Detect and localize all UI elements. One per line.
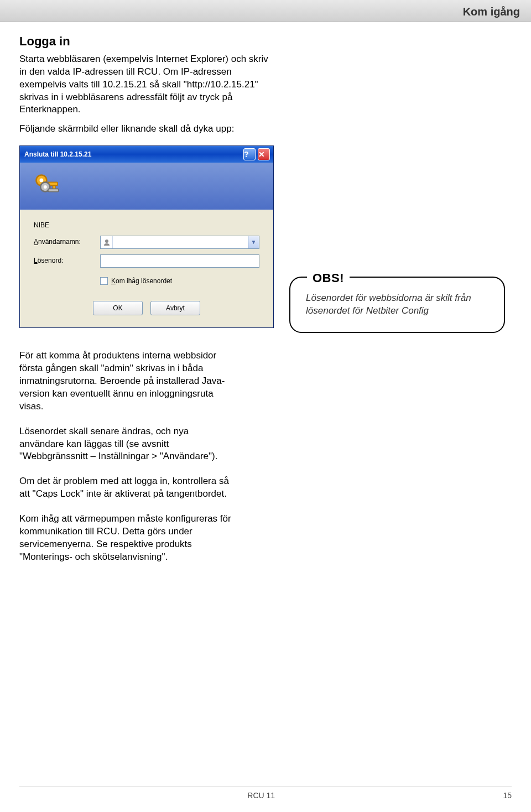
keys-icon xyxy=(31,170,61,202)
heading-logga-in: Logga in xyxy=(19,33,274,50)
svg-point-5 xyxy=(44,185,47,189)
help-icon: ? xyxy=(244,149,255,160)
after-paragraph-2: Lösenordet skall senare ändras, och nya … xyxy=(19,425,235,464)
section-title: Kom igång xyxy=(463,4,520,19)
chevron-down-icon[interactable]: ▼ xyxy=(248,236,259,248)
ok-label: OK xyxy=(113,304,122,313)
remember-label: Kom ihåg lösenordet xyxy=(111,277,172,285)
login-dialog: Ansluta till 10.2.15.21 ? ✕ xyxy=(19,145,274,327)
cancel-label: Avbryt xyxy=(166,304,185,313)
cancel-button[interactable]: Avbryt xyxy=(150,301,200,315)
username-input[interactable]: ▼ xyxy=(100,236,259,249)
obs-callout: OBS! Lösenordet för webbsidorna är skilt… xyxy=(289,277,505,333)
server-label: NIBE xyxy=(34,221,100,230)
page-footer: RCU 11 15 xyxy=(0,787,531,801)
close-button[interactable]: ✕ xyxy=(258,148,270,160)
callout-title: OBS! xyxy=(307,270,350,287)
footer-page: 15 xyxy=(503,790,512,801)
user-icon xyxy=(101,236,113,248)
after-paragraph-3: Om det är problem med att logga in, kont… xyxy=(19,475,235,501)
svg-rect-6 xyxy=(48,189,59,192)
after-paragraph-4: Kom ihåg att värmepumpen måste konfigure… xyxy=(19,513,235,564)
ok-button[interactable]: OK xyxy=(93,301,143,315)
intro-paragraph-1: Starta webbläsaren (exempelvis Internet … xyxy=(19,53,274,117)
dialog-titlebar: Ansluta till 10.2.15.21 ? ✕ xyxy=(20,146,273,163)
page-header: Kom igång xyxy=(0,0,531,22)
footer-doc: RCU 11 xyxy=(19,790,503,801)
svg-point-1 xyxy=(39,179,43,183)
svg-point-7 xyxy=(105,240,108,243)
callout-text: Lösenordet för webbsidorna är skilt från… xyxy=(306,292,488,317)
intro-paragraph-2: Följande skärmbild eller liknande skall … xyxy=(19,123,274,136)
close-icon: ✕ xyxy=(258,149,269,160)
username-label: Användarnamn: xyxy=(34,237,100,246)
password-label: Lösenord: xyxy=(34,256,100,265)
after-paragraph-1: För att komma åt produktens interna webb… xyxy=(19,350,235,413)
dialog-banner xyxy=(20,163,273,210)
password-input[interactable] xyxy=(100,254,259,268)
dialog-title-text: Ansluta till 10.2.15.21 xyxy=(24,150,241,159)
remember-checkbox[interactable] xyxy=(100,277,108,285)
help-button[interactable]: ? xyxy=(243,148,256,160)
